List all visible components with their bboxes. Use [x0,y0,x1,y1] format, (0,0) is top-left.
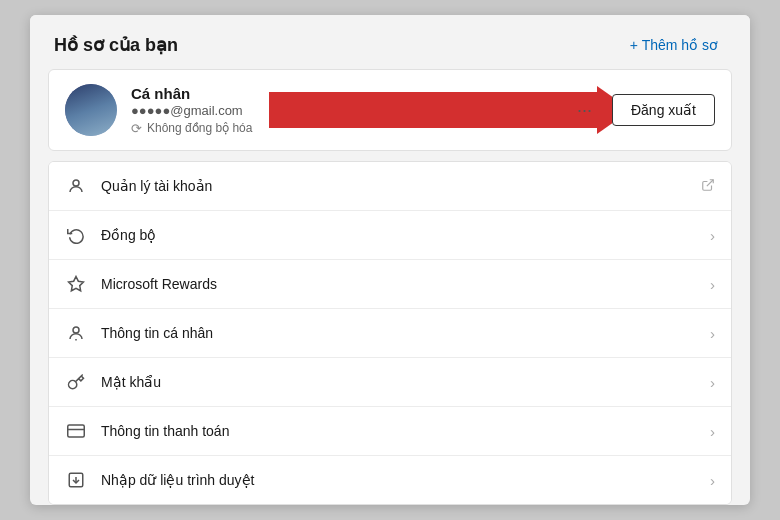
chevron-icon-sync: › [710,227,715,244]
menu-label-rewards: Microsoft Rewards [101,276,696,292]
menu-item-sync[interactable]: Đồng bộ › [49,211,731,260]
page-header: Hồ sơ của bạn + Thêm hồ sơ [30,15,750,69]
sync-label: Không đồng bộ hóa [147,121,252,135]
menu-item-import[interactable]: Nhập dữ liệu trình duyệt › [49,456,731,504]
more-options-button[interactable]: ··· [571,96,598,125]
menu-item-manage-account[interactable]: Quản lý tài khoản [49,162,731,211]
menu-item-payment[interactable]: Thông tin thanh toán › [49,407,731,456]
password-icon [65,371,87,393]
menu-label-personal-info: Thông tin cá nhân [101,325,696,341]
rewards-icon [65,273,87,295]
chevron-icon-password: › [710,374,715,391]
menu-label-import: Nhập dữ liệu trình duyệt [101,472,696,488]
sync-icon: ⟳ [131,121,142,136]
profile-card: Cá nhân ●●●●●@gmail.com ⟳ Không đồng bộ … [48,69,732,151]
signout-button[interactable]: Đăng xuất [612,94,715,126]
chevron-icon-personal: › [710,325,715,342]
chevron-icon-payment: › [710,423,715,440]
profile-sync-status: ⟳ Không đồng bộ hóa [131,121,557,136]
profile-actions: ··· Đăng xuất [571,94,715,126]
menu-item-password[interactable]: Mật khẩu › [49,358,731,407]
menu-label-password: Mật khẩu [101,374,696,390]
payment-icon [65,420,87,442]
add-profile-button[interactable]: + Thêm hồ sơ [622,33,726,57]
svg-point-0 [73,180,79,186]
menu-item-rewards[interactable]: Microsoft Rewards › [49,260,731,309]
avatar-image [65,84,117,136]
chevron-icon-import: › [710,472,715,489]
settings-window: Hồ sơ của bạn + Thêm hồ sơ Cá nhân ●●●●●… [30,15,750,505]
personal-info-icon [65,322,87,344]
menu-item-personal-info[interactable]: Thông tin cá nhân › [49,309,731,358]
profile-info: Cá nhân ●●●●●@gmail.com ⟳ Không đồng bộ … [131,85,557,136]
svg-rect-5 [68,425,85,437]
page-title: Hồ sơ của bạn [54,34,178,56]
svg-point-3 [73,327,79,333]
chevron-icon-rewards: › [710,276,715,293]
person-icon [65,175,87,197]
sync-menu-icon [65,224,87,246]
menu-label-payment: Thông tin thanh toán [101,423,696,439]
import-icon [65,469,87,491]
menu-label-sync: Đồng bộ [101,227,696,243]
profile-name: Cá nhân [131,85,557,102]
menu-label-manage-account: Quản lý tài khoản [101,178,687,194]
external-link-icon [701,178,715,195]
svg-marker-2 [69,277,84,291]
avatar [65,84,117,136]
profile-email: ●●●●●@gmail.com [131,103,557,118]
svg-line-1 [707,179,713,185]
settings-menu: Quản lý tài khoản Đồng bộ › Microsoft Re… [48,161,732,505]
